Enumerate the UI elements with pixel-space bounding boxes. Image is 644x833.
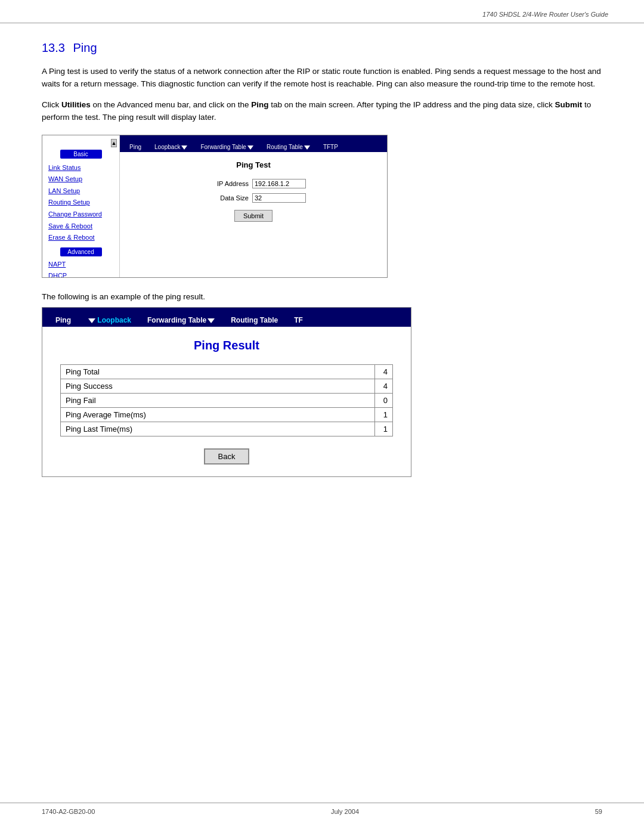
table-row: Ping Last Time(ms) 1 [61,422,393,436]
ping-total-value: 4 [375,364,393,379]
ss1-tab-routing[interactable]: Routing Table [261,142,316,152]
header-title: 1740 SHDSL 2/4-Wire Router User's Guide [482,11,608,18]
page-header: 1740 SHDSL 2/4-Wire Router User's Guide [0,0,644,23]
footer-right: 59 [595,808,602,815]
forwarding-arrow-icon [208,318,215,323]
ss2-content-area: Ping Result Ping Total 4 Ping Success 4 … [42,327,411,476]
ss1-datasize-input[interactable] [252,193,306,203]
lan-setup[interactable]: LAN Setup [42,185,119,197]
body-paragraph-2: Click Utilities on the Advanced menu bar… [42,99,602,124]
back-button[interactable]: Back [204,448,250,465]
ss2-tab-ping[interactable]: Ping [48,314,78,327]
ss1-ip-row: IP Address [132,179,375,188]
forwarding-arrow [247,145,253,150]
ping-bold: Ping [251,100,268,109]
body-paragraph-1: A Ping test is used to verify the status… [42,66,602,91]
ss2-tab-tf[interactable]: TF [287,314,310,327]
ss1-submit-button[interactable]: Submit [234,210,273,222]
ping-last-label: Ping Last Time(ms) [61,422,375,436]
ss1-content-area: Ping Test IP Address Data Size Submit [120,152,387,277]
ss1-tab-tftp[interactable]: TFTP [317,142,344,152]
ss1-main-panel: Ping Loopback Forwarding Table Routing T… [120,135,387,277]
ss1-scroll: ▲ [42,139,119,147]
utilities-bold: Utilities [61,100,91,109]
footer-center: July 2004 [331,808,359,815]
basic-button: Basic [60,150,102,159]
ss1-tab-forwarding[interactable]: Forwarding Table [194,142,259,152]
napt-link[interactable]: NAPT [42,259,119,271]
screenshot-2: Ping Loopback Forwarding Table Routing T… [42,307,411,477]
dhcp-link[interactable]: DHCP [42,270,119,277]
ping-success-value: 4 [375,379,393,393]
example-text: The following is an example of the ping … [42,292,602,301]
ping-success-label: Ping Success [61,379,375,393]
advanced-button: Advanced [60,247,102,256]
save-reboot[interactable]: Save & Reboot [42,221,119,233]
ss1-datasize-label: Data Size [201,194,249,202]
ss2-tab-forwarding[interactable]: Forwarding Table [140,314,222,327]
loopback-arrow [181,145,187,150]
table-row: Ping Success 4 [61,379,393,393]
ss1-submit-row: Submit [132,210,375,222]
table-row: Ping Fail 0 [61,393,393,407]
ss1-ip-label: IP Address [201,180,249,187]
submit-bold: Submit [555,100,583,109]
routing-arrow [304,145,310,150]
ss1-tab-loopback[interactable]: Loopback [148,142,193,152]
table-row: Ping Total 4 [61,364,393,379]
erase-reboot[interactable]: Erase & Reboot [42,232,119,244]
ss1-sidebar: ▲ Basic Link Status WAN Setup LAN Setup … [42,135,120,277]
section-heading: 13.3 Ping [42,41,602,55]
screenshot-1: ▲ Basic Link Status WAN Setup LAN Setup … [42,135,388,278]
loopback-arrow-icon [88,318,95,323]
wan-setup[interactable]: WAN Setup [42,174,119,185]
section-title: Ping [73,41,97,54]
scroll-indicator: ▲ [111,139,117,147]
ping-fail-label: Ping Fail [61,393,375,407]
ss1-ping-test-title: Ping Test [132,160,375,169]
footer-left: 1740-A2-GB20-00 [42,808,95,815]
ss2-tab-routing[interactable]: Routing Table [224,314,285,327]
section-number: 13.3 [42,41,65,54]
page-footer: 1740-A2-GB20-00 July 2004 59 [0,803,644,815]
ping-avg-value: 1 [375,407,393,422]
ss2-tab-loopback[interactable]: Loopback [80,314,138,327]
ping-avg-label: Ping Average Time(ms) [61,407,375,422]
routing-setup[interactable]: Routing Setup [42,197,119,209]
ss1-tab-ping[interactable]: Ping [123,142,147,152]
ss1-ip-input[interactable] [252,179,306,188]
ping-fail-value: 0 [375,393,393,407]
ss1-datasize-row: Data Size [132,193,375,203]
ping-result-title: Ping Result [60,339,393,352]
back-row: Back [60,448,393,465]
ping-total-label: Ping Total [61,364,375,379]
ping-last-value: 1 [375,422,393,436]
link-status[interactable]: Link Status [42,162,119,174]
change-password[interactable]: Change Password [42,209,119,221]
ss1-tab-bar: Ping Loopback Forwarding Table Routing T… [120,135,387,152]
table-row: Ping Average Time(ms) 1 [61,407,393,422]
main-content: 13.3 Ping A Ping test is used to verify … [0,23,644,519]
ping-result-table: Ping Total 4 Ping Success 4 Ping Fail 0 … [60,364,393,436]
ss2-tab-bar: Ping Loopback Forwarding Table Routing T… [42,308,411,327]
